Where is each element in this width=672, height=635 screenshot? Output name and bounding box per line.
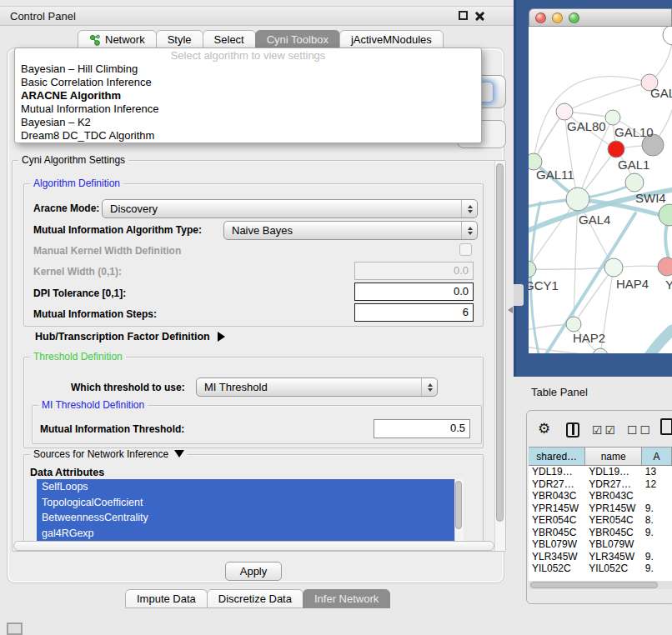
algorithm-option[interactable]: Bayesian – K2 [15,116,481,129]
stepper-arrows-icon [461,200,477,218]
table-cell [642,538,672,551]
table-cell: YBR045C [585,527,641,539]
data-attributes-list[interactable]: SelfLoopsTopologicalCoefficientBetweenne… [37,479,454,541]
attributes-scrollbar-thumb[interactable] [455,481,462,529]
table-cell: YDL19… [585,466,641,478]
table-row[interactable]: YPR145WYPR145W9. [529,502,672,515]
aracne-mode-select[interactable]: Discovery [102,199,478,218]
float-window-icon[interactable] [459,11,468,20]
mi-steps-label: Mutual Information Steps: [33,308,157,320]
network-node-label: HAP4 [616,277,649,291]
tab-label: Network [105,33,145,46]
tab-label: Impute Data [137,592,196,605]
mi-steps-field[interactable]: 6 [354,303,474,322]
table-row[interactable]: YDR27…YDR27…12 [529,478,672,491]
manual-kernel-width-label: Manual Kernel Width Definition [33,245,181,257]
table-row[interactable]: YDL19…YDL19…13 [529,466,672,478]
attribute-list-item[interactable]: SelfLoops [37,479,454,495]
tab-cyni-toolbox[interactable]: Cyni Toolbox [255,30,340,49]
network-edge [564,82,649,112]
column-header[interactable]: name [585,447,642,466]
minimize-traffic-light[interactable] [552,12,563,23]
manual-kernel-width-checkbox[interactable] [459,243,472,256]
network-edge [639,330,672,353]
kernel-width-field[interactable]: 0.0 [354,262,474,280]
settings-scrollbar-thumb[interactable] [496,163,504,522]
close-traffic-light[interactable] [535,12,546,23]
bottom-tab-infer-network[interactable]: Infer Network [303,589,390,608]
splitter-collapse-arrow-icon[interactable] [508,307,513,313]
mi-threshold-field[interactable]: 0.5 [374,419,470,438]
gear-icon[interactable]: ⚙ [538,420,550,438]
algorithm-option[interactable]: Basic Correlation Inference [15,76,481,89]
bottom-tab-impute-data[interactable]: Impute Data [125,589,208,608]
table-hscrollbar-thumb[interactable] [530,582,658,588]
tab-select[interactable]: Select [203,30,256,49]
threshold-definition-title: Threshold Definition [30,351,126,362]
tab-jactivemnodules[interactable]: jActiveMNodules [339,30,444,49]
table-cell: YBR045C [529,527,585,539]
network-graph: GALGAL80GAL10GAL1GAL11SWI4GAL4GCY1HAP4YH… [529,27,672,353]
bottom-tabs: Impute DataDiscretize DataInfer Network [125,589,389,608]
minimized-panel-icon[interactable] [7,622,23,635]
tab-label: Cyni Toolbox [267,33,328,46]
table-cell: 9. [642,551,672,563]
tab-style[interactable]: Style [156,30,203,49]
network-view-canvas[interactable]: GALGAL80GAL10GAL1GAL11SWI4GAL4GCY1HAP4YH… [529,27,672,353]
network-node-label: GAL10 [614,125,654,139]
node-table[interactable]: shared…nameA YDL19…YDL19…13YDR27…YDR27…1… [529,447,672,586]
aracne-mode-label: Aracne Mode: [33,202,99,214]
table-row[interactable]: YBR045CYBR045C9. [529,527,672,539]
panel-splitter-grip[interactable] [514,284,524,306]
which-threshold-value: MI Threshold [204,381,268,393]
document-icon[interactable] [660,418,672,435]
which-threshold-select[interactable]: MI Threshold [196,378,438,397]
algorithm-option[interactable]: Dream8 DC_TDC Algorithm [15,129,481,142]
network-node [604,258,623,277]
tab-label: Style [168,33,192,46]
attribute-list-item[interactable]: TopologicalCoefficient [37,495,454,511]
control-panel-tabs: NetworkStyleSelectCyni ToolboxjActiveMNo… [78,30,443,49]
attribute-list-item[interactable]: BetweennessCentrality [37,510,454,526]
dpi-tolerance-field[interactable]: 0.0 [354,282,474,301]
table-cell: YER054C [585,514,641,527]
table-body: YDL19…YDL19…13YDR27…YDR27…12YBR043CYBR04… [529,466,672,575]
table-row[interactable]: YER054CYER054C8. [529,514,672,527]
mi-algorithm-type-select[interactable]: Naive Bayes [223,221,478,240]
table-row[interactable]: YBL079WYBL079W [529,538,672,551]
apply-button[interactable]: Apply [225,562,282,581]
table-header: shared…nameA [529,447,672,466]
tab-network[interactable]: Network [78,30,157,49]
algorithm-option[interactable]: Mutual Information Inference [15,102,481,116]
kernel-width-label: Kernel Width (0,1): [33,266,122,278]
hub-definition-toggle[interactable]: Hub/Transcription Factor Definition [35,331,225,342]
algorithm-option[interactable]: Bayesian – Hill Climbing [15,62,481,76]
table-row[interactable]: YIL052CYIL052C9. [529,562,672,575]
settings-hscrollbar[interactable] [13,541,494,551]
table-cell: YLR345W [529,551,585,563]
network-window-titlebar[interactable] [529,8,672,27]
network-node [566,188,589,211]
zoom-traffic-light[interactable] [569,12,579,23]
checked-boxes-icon[interactable]: ☑☑ [592,423,618,437]
table-row[interactable]: YBR043CYBR043C [529,490,672,502]
unchecked-boxes-icon[interactable]: ☐☐ [627,423,653,437]
table-cell: YDR27… [529,478,585,491]
column-header[interactable]: shared… [529,447,585,466]
split-columns-icon[interactable] [566,422,579,438]
network-node-label: HAP2 [573,331,605,345]
table-cell: YDL19… [529,466,585,478]
table-cell: 8. [642,514,672,527]
network-edge [574,268,614,324]
attribute-list-item[interactable]: gal4RGexp [37,526,454,542]
close-icon[interactable] [474,11,484,21]
sources-group-toggle[interactable]: Sources for Network Inference [30,448,188,460]
table-panel-title: Table Panel [531,386,588,398]
table-row[interactable]: YLR345WYLR345W9. [529,551,672,563]
tab-label: jActiveMNodules [351,33,432,46]
bottom-tab-discretize-data[interactable]: Discretize Data [207,589,303,608]
table-cell: YBR043C [529,490,585,502]
network-node-label: GCY1 [529,278,559,292]
column-header[interactable]: A [642,447,672,466]
algorithm-option[interactable]: ARACNE Algorithm [15,89,481,102]
